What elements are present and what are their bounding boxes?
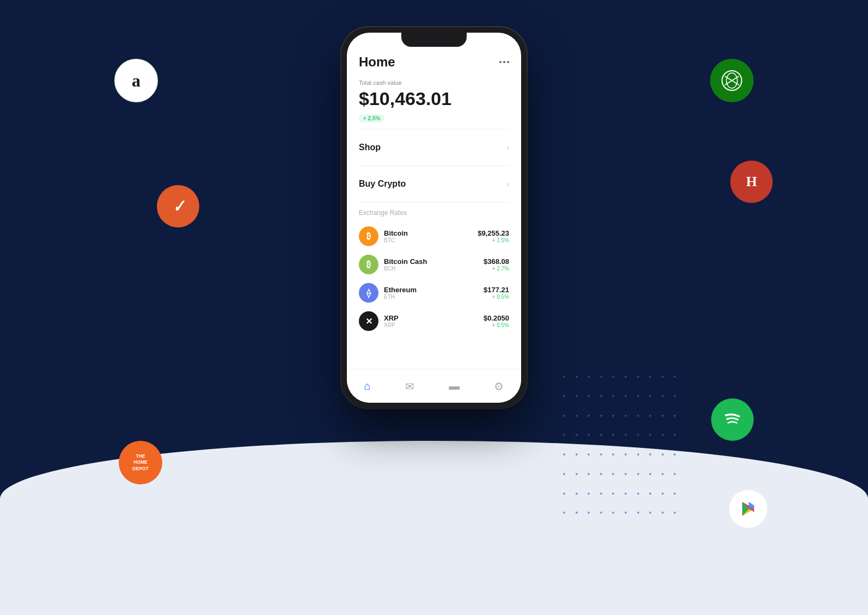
btc-change: + 1.5% — [478, 237, 509, 243]
dot-grid-decoration: (() => { const grid = document.querySele… — [563, 376, 683, 528]
bch-change: + 2.7% — [484, 266, 509, 272]
shop-label: Shop — [359, 143, 381, 152]
cash-label: Total cash value — [359, 79, 509, 86]
btc-name: Bitcoin — [384, 229, 408, 237]
divider-3 — [359, 202, 509, 202]
eth-change: + 0.5% — [484, 294, 509, 300]
google-play-icon — [739, 500, 757, 518]
btc-ticker: BTC — [384, 237, 408, 243]
phone-screen-container: Home Total cash value $10,463.01 + 2.5% — [347, 33, 521, 403]
brand-xbox — [710, 59, 754, 102]
xrp-icon: ✕ — [359, 311, 378, 331]
eth-price: $177.21 — [484, 286, 509, 294]
bch-icon: ₿ — [359, 255, 378, 274]
brand-amazon: a — [114, 59, 158, 102]
phone-notch — [401, 33, 467, 47]
crypto-row-bch[interactable]: ₿ Bitcoin Cash BCH $368.08 + 2.7% — [359, 250, 509, 279]
screen-header: Home — [359, 54, 509, 70]
brand-homedepot: THEHOMEDEPOT — [119, 441, 162, 484]
buy-crypto-chevron: › — [506, 179, 509, 189]
more-options-button[interactable] — [499, 61, 509, 63]
nav-home-icon[interactable]: ⌂ — [364, 380, 371, 392]
crypto-row-xrp[interactable]: ✕ XRP XRP $0.2050 + 0.5% — [359, 307, 509, 335]
phone-outer-shell: Home Total cash value $10,463.01 + 2.5% — [341, 27, 527, 408]
xrp-name: XRP — [384, 314, 399, 322]
nav-settings-icon[interactable]: ⚙ — [494, 380, 504, 393]
cash-section: Total cash value $10,463.01 + 2.5% — [359, 79, 509, 122]
nav-card-icon[interactable]: ▬ — [449, 380, 460, 392]
brand-hotel: H — [730, 161, 773, 203]
bottom-navigation: ⌂ ✉ ▬ ⚙ — [347, 369, 521, 403]
brand-spotify — [711, 398, 754, 441]
divider-1 — [359, 129, 509, 130]
cash-value: $10,463.01 — [359, 88, 509, 109]
screen-title: Home — [359, 54, 395, 70]
bch-ticker: BCH — [384, 266, 427, 272]
phone-screen: Home Total cash value $10,463.01 + 2.5% — [347, 33, 521, 370]
phone-device: Home Total cash value $10,463.01 + 2.5% — [341, 27, 527, 408]
spotify-icon — [723, 410, 742, 429]
eth-icon: ⟠ — [359, 283, 378, 303]
shop-menu-item[interactable]: Shop › — [359, 136, 509, 159]
btc-icon: ₿ — [359, 226, 378, 246]
buy-crypto-menu-item[interactable]: Buy Crypto › — [359, 173, 509, 195]
bch-name: Bitcoin Cash — [384, 257, 427, 266]
shop-chevron: › — [506, 143, 509, 152]
brand-nike: ✓ — [157, 185, 199, 227]
btc-price: $9,255.23 — [478, 229, 509, 237]
buy-crypto-label: Buy Crypto — [359, 179, 406, 189]
brand-gplay — [729, 490, 767, 528]
xrp-change: + 0.5% — [484, 322, 509, 328]
cash-change-badge: + 2.5% — [359, 114, 384, 122]
divider-2 — [359, 165, 509, 166]
bch-price: $368.08 — [484, 257, 509, 266]
exchange-rates-label: Exchange Rates — [359, 209, 509, 217]
crypto-row-btc[interactable]: ₿ Bitcoin BTC $9,255.23 + 1.5% — [359, 222, 509, 250]
crypto-row-eth[interactable]: ⟠ Ethereum ETH $177.21 + 0.5% — [359, 279, 509, 307]
eth-name: Ethereum — [384, 286, 417, 294]
xrp-price: $0.2050 — [484, 314, 509, 322]
xrp-ticker: XRP — [384, 322, 399, 328]
eth-ticker: ETH — [384, 294, 417, 300]
xbox-icon — [721, 70, 743, 91]
nav-mail-icon[interactable]: ✉ — [405, 380, 414, 393]
